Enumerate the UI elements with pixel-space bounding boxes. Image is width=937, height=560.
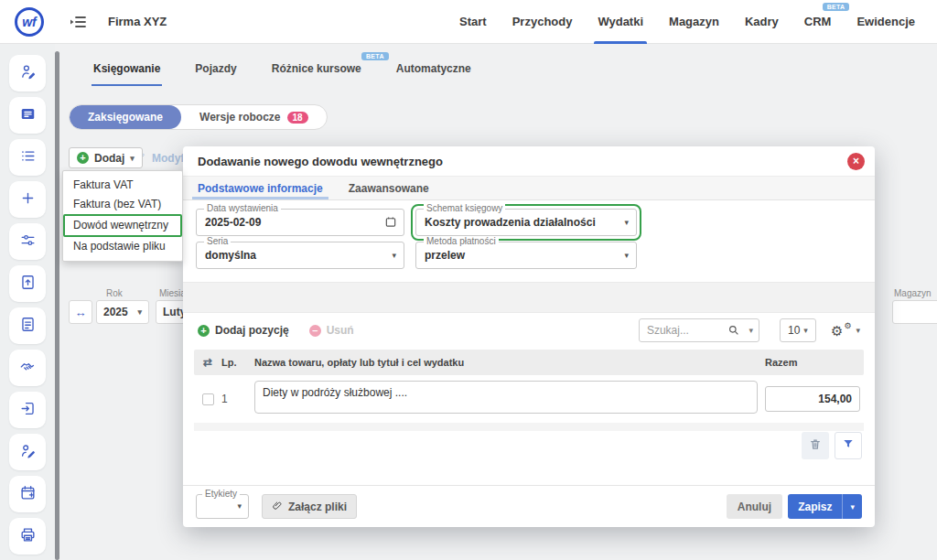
search-input[interactable] <box>640 319 759 341</box>
menu-item-dowod-wewnetrzny[interactable]: Dowód wewnętrzny <box>63 214 182 237</box>
row-checkbox[interactable] <box>194 393 221 405</box>
topbar: wf Firma XYZ Start Przychody Wydatki Mag… <box>0 0 937 44</box>
payment-method-select[interactable]: Metoda płatności przelew ▾ <box>415 242 637 269</box>
remove-item-button[interactable]: – Usuń <box>309 324 354 337</box>
nav-item-magazyn[interactable]: Magazyn <box>656 0 732 44</box>
close-icon[interactable]: × <box>847 153 865 170</box>
left-right-arrow-icon: ↔ <box>75 306 87 319</box>
file-import-icon <box>19 400 37 421</box>
cancel-button[interactable]: Anuluj <box>727 494 782 519</box>
sidebar-item-calendar-add[interactable] <box>9 476 46 512</box>
nav-item-crm[interactable]: CRMBETA <box>792 0 845 44</box>
search-icon[interactable] <box>727 324 740 340</box>
modal-title: Dodawanie nowego dowodu wewnętrznego <box>198 155 443 168</box>
sidebar-item-user-sign[interactable] <box>9 434 46 470</box>
view-toggle: Zaksięgowane Wersje robocze18 <box>69 104 328 130</box>
toggle-zaksiegowane[interactable]: Zaksięgowane <box>70 105 181 129</box>
nav-item-ewidencje[interactable]: Ewidencje <box>844 0 928 44</box>
sidebar-item-user-edit[interactable] <box>9 55 46 92</box>
nav-item-przychody[interactable]: Przychody <box>500 0 586 44</box>
delete-button[interactable] <box>802 432 829 459</box>
warehouse-label: Magazyn <box>894 288 932 298</box>
chevron-down-icon: ▾ <box>624 210 629 235</box>
section-tabs: Księgowanie Pojazdy Różnice kursoweBETA … <box>92 55 473 86</box>
sidebar-item-settings[interactable] <box>9 223 46 260</box>
period-arrows-button[interactable]: ↔ <box>69 300 92 324</box>
handshake-icon <box>19 358 37 379</box>
sidebar-item-invoices[interactable] <box>9 97 46 134</box>
table-actions <box>802 432 862 459</box>
column-name: Nazwa towaru, opłaty lub tytuł i cel wyd… <box>254 357 765 368</box>
user-pen-icon <box>19 442 37 463</box>
row-total-cell <box>765 386 864 412</box>
tab-podstawowe-informacje[interactable]: Podstawowe informacje <box>185 177 336 199</box>
calendar-plus-icon <box>19 484 37 505</box>
modal-tabs: Podstawowe informacje Zaawansowane <box>183 177 875 200</box>
icon-sidebar <box>0 44 55 560</box>
add-dropdown-menu: Faktura VAT Faktura (bez VAT) Dowód wewn… <box>62 170 183 262</box>
sidebar-item-import[interactable] <box>9 392 46 428</box>
table-settings-button[interactable]: ⚙⚙▾ <box>831 324 860 338</box>
menu-item-na-podstawie-pliku[interactable]: Na podstawie pliku <box>63 237 182 256</box>
add-button[interactable]: + Dodaj ▾ <box>69 147 143 168</box>
items-search: ▾ <box>639 318 759 342</box>
main-nav: Start Przychody Wydatki Magazyn Kadry CR… <box>447 0 937 44</box>
tab-roznice-kursowe[interactable]: Różnice kursoweBETA <box>270 55 363 86</box>
issue-date-field[interactable]: Data wystawienia 2025-02-09 <box>196 209 404 236</box>
invoice-card-icon <box>19 105 37 126</box>
file-upload-icon <box>19 274 37 295</box>
series-select[interactable]: Seria domyślna ▾ <box>196 242 404 269</box>
sliders-icon <box>19 232 37 253</box>
filter-funnel-icon <box>842 437 855 454</box>
sidebar-item-print[interactable] <box>9 518 46 555</box>
tab-automatyczne[interactable]: Automatyczne <box>394 55 473 86</box>
company-name: Firma XYZ <box>108 15 167 28</box>
table-row: 1 Diety w podróży służbowej .... <box>194 375 864 423</box>
reorder-icon[interactable]: ⇄ <box>194 356 221 369</box>
items-table-header: ⇄ Lp. Nazwa towaru, opłaty lub tytuł i c… <box>194 350 864 375</box>
chevron-down-icon[interactable]: ▾ <box>842 494 862 519</box>
tab-pojazdy[interactable]: Pojazdy <box>193 55 238 86</box>
sidebar-item-add[interactable] <box>9 181 46 218</box>
sidebar-item-file-upload[interactable] <box>9 265 46 302</box>
document-icon <box>19 316 37 337</box>
attach-files-button[interactable]: Załącz pliki <box>262 494 357 519</box>
chevron-down-icon: ▾ <box>624 242 629 268</box>
items-toolbar: + Dodaj pozycję – Usuń ▾ 10▾ ⚙⚙▾ <box>183 313 875 348</box>
nav-item-kadry[interactable]: Kadry <box>732 0 792 44</box>
tab-zaawansowane[interactable]: Zaawansowane <box>336 177 442 199</box>
gear-icon: ⚙ <box>831 324 843 338</box>
vertical-scrollbar[interactable] <box>55 51 59 560</box>
add-item-button[interactable]: + Dodaj pozycję <box>198 324 289 337</box>
nav-item-wydatki[interactable]: Wydatki <box>585 0 656 44</box>
labels-select[interactable]: Etykiety ▾ <box>196 494 249 519</box>
column-total: Razem <box>765 357 864 368</box>
chevron-down-icon: ▾ <box>130 154 135 163</box>
sidebar-item-contractors[interactable] <box>9 350 46 386</box>
sidebar-item-documents[interactable] <box>9 307 46 344</box>
chevron-down-icon[interactable]: ▾ <box>749 319 753 341</box>
filter-button[interactable] <box>835 432 862 459</box>
row-name-cell: Diety w podróży służbowej .... <box>254 381 765 417</box>
page-size-select[interactable]: 10▾ <box>780 318 816 342</box>
toggle-wersje-robocze[interactable]: Wersje robocze18 <box>181 105 327 129</box>
menu-item-faktura-vat[interactable]: Faktura VAT <box>63 176 182 195</box>
chevron-down-icon: ▾ <box>803 326 808 335</box>
menu-item-faktura-bez-vat[interactable]: Faktura (bez VAT) <box>63 195 182 214</box>
year-label: Rok <box>106 288 123 298</box>
item-name-input[interactable]: Diety w podróży służbowej .... <box>254 381 758 414</box>
item-total-input[interactable] <box>765 386 860 412</box>
chevron-down-icon: ▾ <box>237 495 242 518</box>
year-select[interactable]: 2025▾ <box>96 300 149 324</box>
roznice-beta-badge: BETA <box>361 52 389 60</box>
sidebar-toggle-icon[interactable] <box>70 15 86 29</box>
wfirma-logo[interactable]: wf <box>15 7 44 37</box>
accounting-scheme-select[interactable]: Schemat księgowy Koszty prowadzenia dzia… <box>415 209 637 236</box>
nav-item-start[interactable]: Start <box>447 0 500 44</box>
tab-ksiegowanie[interactable]: Księgowanie <box>92 55 162 86</box>
modal-header: Dodawanie nowego dowodu wewnętrznego × <box>183 146 875 177</box>
chevron-down-icon: ▾ <box>137 307 142 317</box>
warehouse-select[interactable] <box>892 300 937 324</box>
sidebar-item-list[interactable] <box>9 139 46 176</box>
save-button[interactable]: Zapisz ▾ <box>788 494 862 519</box>
